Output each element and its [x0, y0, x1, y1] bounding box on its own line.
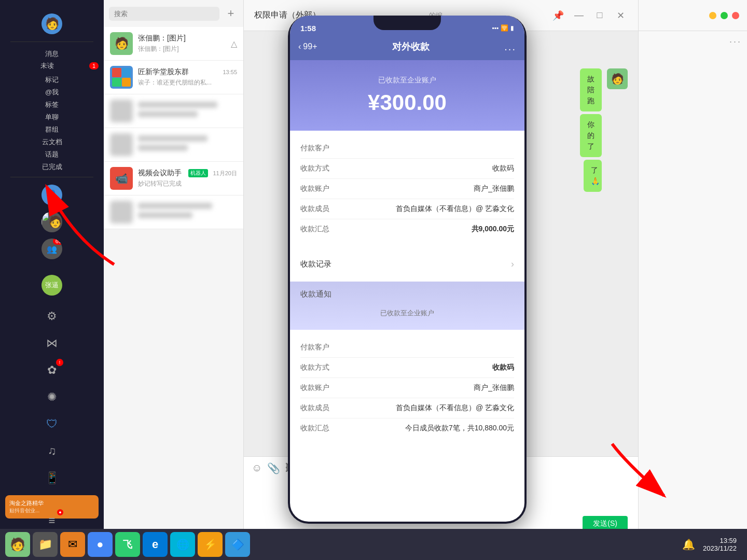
shield-icon-wrap[interactable]: 🛡	[40, 413, 63, 436]
detail2-value-total: 今日成员收款7笔，共10,880.00元	[405, 424, 514, 433]
detail-value-member: 首负自媒体（不看信息）@ 艺淼文化	[396, 204, 514, 214]
mobile-icon-wrap[interactable]: 📱	[40, 467, 63, 489]
payment-success-area: 已收款至企业账户 ¥300.00	[290, 60, 524, 131]
blurred-text-3	[138, 203, 237, 221]
zhang-avatar: 张逼	[42, 275, 62, 296]
detail2-label-account: 收款账户	[300, 383, 329, 393]
detail-label-method: 收款方式	[300, 164, 329, 173]
nav-done[interactable]: 已完成	[5, 162, 99, 172]
detail-label-account: 收款账户	[300, 184, 329, 193]
right-panel: ···	[638, 0, 747, 539]
group-badge: 69	[53, 239, 62, 245]
msg-bubble-ok: 了🙏	[584, 160, 602, 192]
taskbar-chrome-icon[interactable]: ●	[88, 532, 113, 557]
taskbar: 🧑 📁 ✉ ● 飞 e 🌐 ⚡ 🔷	[0, 529, 747, 560]
bot-chat-time: 11月20日	[213, 170, 237, 177]
nav-messages[interactable]: 消息	[5, 49, 99, 59]
more-options[interactable]: ···	[644, 36, 742, 47]
blurred-avatar-1	[110, 100, 133, 122]
taskbar-folder-icon[interactable]: 📁	[33, 532, 58, 557]
records-label: 收款记录	[300, 259, 331, 269]
chat-item-zhang[interactable]: 🧑 张佃鹏：[图片] 张佃鹏：[图片] △	[104, 27, 243, 61]
blurred-text-1	[138, 102, 237, 120]
blurred-chat-2[interactable]	[104, 128, 243, 162]
menu-badge: ●	[57, 509, 63, 515]
nav-cloud[interactable]: 云文档	[5, 137, 99, 147]
detail-row-member: 收款成员 首负自媒体（不看信息）@ 艺淼文化	[300, 199, 514, 219]
phone-screen-title: 对外收款	[392, 40, 430, 53]
bot-chat-name: 视频会议助手	[138, 169, 182, 178]
taskbar-app6-icon[interactable]: 🌐	[170, 532, 195, 557]
pin-header-icon[interactable]: 📌	[551, 8, 565, 23]
records-row[interactable]: 收款记录 ›	[290, 251, 524, 277]
desktop: 🧑 消息 未读 1 标记 @我 标签 单聊 群组 云文档 话题 已完成 👤	[0, 0, 747, 560]
taskbar-mail-icon[interactable]: ✉	[60, 532, 85, 557]
detail2-row-account: 收款账户 商户_张佃鹏	[300, 378, 514, 398]
butterfly-icon-wrap[interactable]: ⋈	[40, 332, 63, 355]
msg-bubble-you: 你的了	[580, 114, 602, 157]
nav-starred[interactable]: 标记	[5, 75, 99, 85]
taskbar-feishu-icon[interactable]: 飞	[115, 532, 140, 557]
contacts-icon-wrap[interactable]: 👤	[40, 184, 63, 206]
blurred-chat-1[interactable]	[104, 94, 243, 128]
bot-avatar: 📹	[110, 167, 133, 190]
payment-details-card2: 付款客户 收款方式 收款码 收款账户 商户_张佃鹏 收款成员 首负自媒体（不看信…	[290, 330, 524, 446]
detail2-label-customer: 付款客户	[300, 343, 329, 352]
zhang-chat-preview: 张佃鹏：[图片]	[138, 45, 228, 53]
close-header-icon[interactable]: ✕	[613, 8, 628, 23]
profile-icon-wrap[interactable]: 🧑	[40, 211, 63, 233]
detail-row-customer: 付款客户	[300, 138, 514, 159]
taskbar-user-avatar[interactable]: 🧑	[5, 532, 30, 557]
search-bar: +	[104, 0, 243, 27]
win-minimize-btn[interactable]	[709, 12, 716, 19]
zhang-chat-avatar: 🧑	[110, 32, 133, 55]
notification-subtitle: 已收款至企业账户	[300, 304, 514, 322]
phone-more-button[interactable]: ...	[504, 41, 516, 53]
taskbar-time: 13:59 2023/11/22	[703, 537, 737, 552]
nav-tags[interactable]: 标签	[5, 100, 99, 109]
win-close-btn[interactable]	[732, 12, 739, 19]
bot-chat-info: 视频会议助手 机器人 11月20日 妙记转写已完成	[138, 169, 237, 188]
add-chat-button[interactable]: +	[224, 6, 238, 21]
star-flower-icon-wrap[interactable]: ✿ !	[40, 359, 63, 382]
nav-single[interactable]: 单聊	[5, 113, 99, 122]
nav-group[interactable]: 群组	[5, 125, 99, 134]
right-msg-container: 故陪跑 你的了 了🙏	[565, 68, 602, 192]
zhang-pin-icon: △	[231, 39, 237, 49]
group-chat-info: 匠新学堂股东群 13:55 诶子：谁还更代朋组的私...	[138, 67, 237, 87]
blurred-avatar-2	[110, 133, 133, 156]
phone-time: 1:58	[300, 24, 316, 33]
detail-row-account: 收款账户 商户_张佃鹏	[300, 179, 514, 199]
nav-atme[interactable]: @我	[5, 88, 99, 97]
nav-topic[interactable]: 话题	[5, 150, 99, 159]
taskbar-app7-icon[interactable]: ⚡	[198, 532, 223, 557]
search-input[interactable]	[109, 7, 219, 21]
phone-back-button[interactable]: ‹ 99+	[298, 42, 317, 51]
window-controls	[709, 12, 739, 19]
group-badge-icon-wrap[interactable]: 👥 69	[40, 237, 63, 260]
phone-notch	[374, 16, 441, 30]
chat-item-group[interactable]: 匠新学堂股东群 13:55 诶子：谁还更代朋组的私...	[104, 61, 243, 94]
emoji-icon[interactable]: ☺	[252, 462, 262, 474]
settings-icon-wrap[interactable]: ⚙	[40, 305, 63, 328]
blurred-chat-3[interactable]	[104, 195, 243, 229]
win-maximize-btn[interactable]	[721, 12, 728, 19]
minimize-header-icon[interactable]: —	[572, 8, 586, 23]
star-badge: !	[56, 359, 63, 366]
back-count: 99+	[303, 42, 317, 51]
detail2-value-method: 收款码	[492, 363, 514, 372]
taskbar-bell-icon[interactable]: 🔔	[682, 538, 695, 551]
nav-unread[interactable]: 未读	[5, 61, 89, 71]
chat-list-panel: + 🧑 张佃鹏：[图片] 张佃鹏：[图片] △	[104, 0, 244, 539]
phone-device: 1:58 ▪▪▪ 🛜 ▮ ‹ 99+ 对外收款 ... 已收款至企业账户	[288, 16, 527, 524]
taskbar-edge-icon[interactable]: e	[143, 532, 168, 557]
notification-section: 收款通知 已收款至企业账户	[290, 282, 524, 330]
user-avatar-icon[interactable]: 🧑	[40, 12, 63, 35]
chat-item-bot[interactable]: 📹 视频会议助手 机器人 11月20日 妙记转写已完成	[104, 162, 243, 195]
six-petals-icon-wrap[interactable]: ✺	[40, 386, 63, 409]
attachment-icon[interactable]: 📎	[267, 462, 280, 474]
detail-label-customer: 付款客户	[300, 144, 329, 153]
music-icon-wrap[interactable]: ♫	[40, 440, 63, 463]
taskbar-app8-icon[interactable]: 🔷	[225, 532, 250, 557]
maximize-header-icon[interactable]: □	[592, 8, 607, 23]
